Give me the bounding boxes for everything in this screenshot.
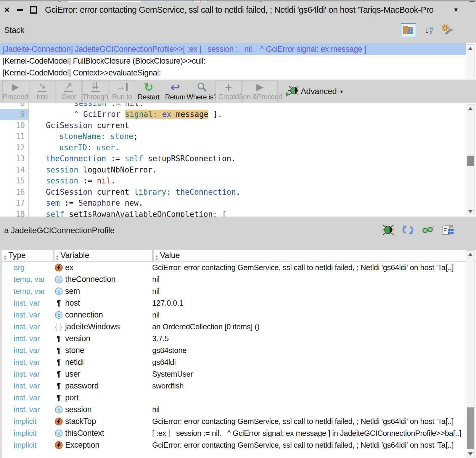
variable-row-version[interactable]: inst. var¶version3.7.5 (2, 333, 476, 344)
inspector-title: a JadeiteGCIConnectionProfile (4, 226, 115, 235)
variable-type: arg (2, 263, 53, 272)
variable-row-user[interactable]: inst. var¶userSystemUser (2, 368, 476, 380)
code-scrollbar[interactable] (466, 104, 475, 215)
variable-type: implicit (2, 429, 53, 438)
code-text[interactable]: session logoutNbNoError. (29, 165, 157, 174)
refresh-icon[interactable] (402, 224, 414, 237)
code-text[interactable]: userID: user. (29, 143, 120, 152)
column-header-value[interactable]: ▴▾ Value (154, 250, 476, 261)
stack-frame[interactable]: [Kernel-CodeModel] Context>>evaluateSign… (0, 67, 466, 79)
gen-proceed-button: ▶Gen.&Proceed (242, 80, 278, 102)
variable-row-sem[interactable]: temp. varcsemnil (2, 285, 476, 297)
inspect-table-icon[interactable] (442, 224, 454, 237)
variable-type: inst. var (2, 322, 53, 331)
restart-button[interactable]: ↻Restart (136, 80, 162, 102)
code-text[interactable]: stoneName: stone; (29, 132, 138, 141)
variable-row-session[interactable]: inst. varcsessionnil (2, 404, 476, 415)
variable-name-cell: ¶version (53, 334, 152, 343)
variable-row-connection[interactable]: inst. varcconnectionnil (2, 309, 476, 321)
table-header: ▴▾ Type ▴▾ Variable ▴▾ Value (2, 250, 476, 262)
stack-frame[interactable]: [Jadeite-Connection] JadeiteGCIConnectio… (0, 43, 466, 55)
code-line-8: 8session := nil. (0, 103, 464, 109)
toolbar-button-label: Into (36, 93, 48, 101)
toolbar-button-label: Create (218, 93, 239, 101)
variable-row-stone[interactable]: inst. var¶stonegs64stone (2, 344, 476, 356)
line-number: 17 (0, 198, 29, 209)
into-button: ↘Into (29, 80, 55, 102)
code-text[interactable]: theConnection := self setupRSRConnection… (29, 154, 236, 163)
toolbar-button-label: Restart (138, 93, 160, 101)
return-icon: ↩ (171, 80, 180, 93)
variable-row-port[interactable]: inst. var¶port (2, 392, 476, 404)
variable-name-cell: ¶port (53, 393, 152, 402)
column-header-type[interactable]: ▴▾ Type (2, 250, 53, 261)
class-icon: c (54, 429, 63, 437)
code-text[interactable]: session := nil. (29, 103, 144, 108)
where-is-button[interactable]: Where is? (189, 80, 215, 102)
variable-name: host (65, 299, 80, 308)
code-line-9: 9^ GciError signal: ex message ]. (0, 109, 464, 120)
variable-row-thisContext[interactable]: implicitcthisContext[ :ex | session := n… (2, 427, 476, 439)
stack-scrollbar[interactable] (466, 44, 475, 78)
table-scrollbar[interactable] (466, 250, 475, 458)
code-text[interactable]: session := nil. (29, 176, 115, 185)
return-button[interactable]: ↩Return (162, 80, 188, 102)
window-title: GciError: error contacting GemService, s… (45, 5, 450, 15)
column-header-variable[interactable]: ▴▾ Variable (54, 250, 152, 261)
variable-name: thisContext (65, 429, 104, 438)
variable-type: inst. var (2, 358, 53, 367)
minimize-icon[interactable] (17, 9, 23, 11)
debug-bug-icon[interactable] (382, 224, 394, 237)
variable-name-cell: csession (53, 405, 152, 414)
variable-value: swordfish (152, 381, 476, 391)
variable-value: [ :ex | session := nil. ^ GciError signa… (152, 429, 476, 438)
into-icon: ↘ (38, 80, 46, 92)
toolbar-button-label: Over (61, 93, 76, 101)
variable-row-netldi[interactable]: inst. var¶netldigs64ldi (2, 356, 476, 368)
collection-icon: { } (54, 323, 63, 331)
sort-az-icon[interactable]: ↓az (424, 25, 433, 35)
code-text[interactable]: GciSession current (29, 121, 129, 130)
variable-row-host[interactable]: inst. var¶host127.0.0.1 (2, 297, 476, 309)
run-to-button: →Run to (109, 80, 135, 102)
code-line-16: 16GciSession current library: theConnect… (0, 186, 464, 198)
variable-type: inst. var (2, 310, 53, 320)
code-text[interactable]: GciSession current library: theConnectio… (29, 188, 240, 196)
variable-name: port (65, 393, 78, 402)
settings-icon[interactable] (441, 24, 454, 37)
window-menu-caret-icon[interactable]: ▼ (453, 7, 459, 13)
over-button: ↗Over (56, 80, 82, 102)
glasses-icon[interactable] (422, 225, 435, 236)
variable-row-password[interactable]: inst. var¶passwordswordfish (2, 380, 476, 392)
svg-text:c: c (57, 288, 60, 294)
stack-frame[interactable]: [Kernel-CodeModel] FullBlockClosure (Blo… (0, 55, 466, 67)
code-text[interactable]: ^ GciError signal: ex message ]. (29, 110, 222, 119)
close-icon[interactable]: × (4, 5, 10, 14)
background-notch (259, 1, 262, 2)
code-line-18: 18self setIsRowanAvailableOnCompletion: … (0, 209, 464, 217)
variable-row-stackTop[interactable]: implicitstackTopGciError: error contacti… (2, 415, 476, 427)
svg-text:c: c (57, 312, 60, 318)
variable-row-theConnection[interactable]: temp. varctheConnectionnil (2, 273, 476, 285)
variable-row-jadeiteWindows[interactable]: inst. var{ }jadeiteWindowsan OrderedColl… (2, 321, 476, 333)
sort-indicator-icon: ▴▾ (4, 250, 6, 261)
advanced-menu[interactable]: Advanced ▼ (285, 85, 344, 98)
variable-name: Exception (65, 441, 99, 450)
variable-name: sem (65, 287, 80, 296)
variable-row-Exception[interactable]: implicitExceptionGciError: error contact… (2, 439, 476, 451)
code-editor[interactable]: 8session := nil.9^ GciError signal: ex m… (0, 103, 476, 217)
variable-name-cell: cthisContext (53, 429, 152, 438)
variable-value: gs64ldi (152, 358, 476, 367)
folder-grid-button[interactable] (401, 23, 416, 37)
code-text[interactable]: self setIsRowanAvailableOnCompletion: [ (29, 210, 227, 217)
line-number: 9 (0, 109, 29, 120)
variable-value: 127.0.0.1 (152, 299, 476, 308)
code-text[interactable]: sem := Semaphore new. (29, 199, 143, 207)
maximize-icon[interactable] (30, 6, 37, 14)
variable-name: ex (65, 263, 73, 272)
over-icon: ↗ (64, 80, 73, 92)
exception-icon (54, 417, 63, 425)
variable-value: nil (152, 275, 476, 284)
variable-name-cell: csem (53, 287, 152, 296)
variable-row-ex[interactable]: argexGciError: error contacting GemServi… (2, 262, 476, 273)
